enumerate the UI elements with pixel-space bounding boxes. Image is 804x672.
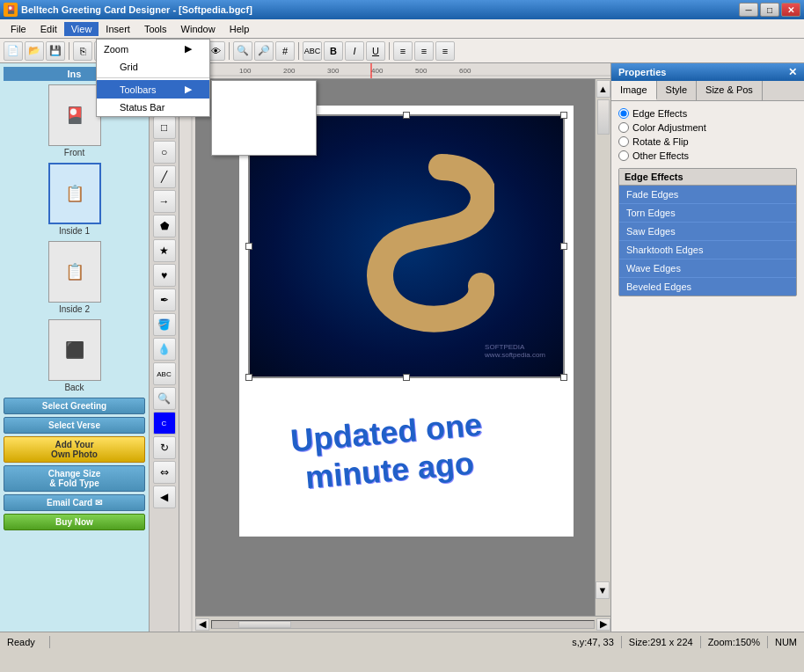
menu-separator	[97, 77, 209, 78]
menu-window[interactable]: Window	[174, 22, 223, 36]
properties-content: Edge Effects Color Adjustment Rotate & F…	[611, 101, 804, 632]
email-card-btn[interactable]: Email Card ✉	[4, 494, 145, 511]
zoom-out-btn[interactable]: 🔎	[254, 41, 274, 61]
menu-zoom[interactable]: Zoom ▶	[97, 40, 209, 58]
properties-title: Properties	[618, 67, 666, 77]
poly-tool[interactable]: ⬟	[153, 215, 176, 237]
card-canvas: SOFTPEDIAwww.softpedia.com Updated onemi…	[239, 106, 574, 537]
heart-tool[interactable]: ♥	[153, 264, 176, 287]
svg-rect-9	[179, 79, 195, 632]
scroll-thumb-h[interactable]	[238, 621, 291, 628]
align-center-btn[interactable]: ≡	[414, 41, 434, 61]
align-left-btn[interactable]: ≡	[393, 41, 413, 61]
buy-now-btn[interactable]: Buy Now	[4, 514, 145, 530]
menu-status-bar[interactable]: Status Bar	[97, 99, 209, 116]
underline-btn[interactable]: U	[366, 41, 385, 61]
menu-edit[interactable]: Edit	[33, 22, 64, 36]
scroll-down-btn[interactable]: ▼	[596, 581, 610, 599]
toolbar-standard[interactable]: ✓ Standard	[212, 81, 316, 99]
menu-insert[interactable]: Insert	[99, 22, 137, 36]
arrow-tool[interactable]: →	[153, 190, 176, 213]
eyedrop-tool[interactable]: 💧	[153, 338, 176, 361]
color-tool[interactable]: C	[153, 412, 176, 435]
new-btn[interactable]: 📄	[4, 41, 23, 61]
tab-size-pos[interactable]: Size & Pos	[697, 81, 763, 100]
card-inside2-thumb[interactable]: 📋	[48, 241, 101, 303]
grid-btn[interactable]: #	[275, 41, 295, 61]
toolbars-submenu: ✓ Standard ✓ Shapes ✓ Formatting ✓ Actio…	[211, 80, 317, 156]
effect-beveled-edges[interactable]: Beveled Edges	[619, 278, 796, 296]
toolbar-shapes[interactable]: ✓ Shapes	[212, 99, 316, 118]
statusbar: Ready s,y:47, 33 Size:291 x 224 Zoom:150…	[0, 632, 804, 651]
radio-color-adjustment[interactable]: Color Adjustment	[618, 122, 797, 133]
menu-grid[interactable]: Grid	[97, 58, 209, 76]
bold-btn[interactable]: B	[324, 41, 343, 61]
change-size-btn[interactable]: Change Size& Fold Type	[4, 465, 145, 492]
align-right-btn[interactable]: ≡	[435, 41, 455, 61]
window-controls[interactable]: ─ □ ✕	[739, 3, 800, 17]
menu-tools[interactable]: Tools	[137, 22, 174, 36]
text-btn[interactable]: ABC	[303, 41, 322, 61]
rotate-tool[interactable]: ↻	[153, 436, 176, 459]
abc-tool[interactable]: ABC	[153, 362, 176, 385]
add-photo-btn[interactable]: Add YourOwn Photo	[4, 436, 145, 463]
card-inside1-thumb[interactable]: 📋	[48, 163, 101, 224]
scroll-thumb-v[interactable]	[597, 99, 610, 135]
expand-tool[interactable]: ◀	[153, 486, 176, 508]
effect-saw-edges[interactable]: Saw Edges	[619, 223, 796, 241]
main-layout: Ins 🎴 Front 📋 Inside 1 📋 Inside 2 ⬛ Back	[0, 63, 804, 632]
effect-sharktooth-edges[interactable]: Sharktooth Edges	[619, 241, 796, 259]
properties-close-btn[interactable]: ✕	[788, 66, 797, 78]
menu-file[interactable]: File	[4, 22, 33, 36]
scroll-up-btn[interactable]: ▲	[596, 80, 610, 98]
pen-tool[interactable]: ✒	[153, 289, 176, 311]
sep5	[389, 42, 390, 60]
open-btn[interactable]: 📂	[25, 41, 44, 61]
card-inside2[interactable]: 📋 Inside 2	[4, 241, 145, 314]
copy-btn[interactable]: ⎘	[73, 41, 92, 61]
effect-torn-edges[interactable]: Torn Edges	[619, 204, 796, 223]
menu-toolbars[interactable]: Toolbars ▶ ✓ Standard ✓ Shapes ✓ Formatt…	[97, 80, 209, 99]
radio-edge-effects[interactable]: Edge Effects	[618, 108, 797, 119]
fill-tool[interactable]: 🪣	[153, 313, 176, 336]
card-back[interactable]: ⬛ Back	[4, 319, 145, 392]
svg-text:200: 200	[283, 67, 296, 75]
effect-fade-edges[interactable]: Fade Edges	[619, 186, 796, 204]
italic-btn[interactable]: I	[345, 41, 364, 61]
status-sep1	[49, 636, 50, 648]
menu-view[interactable]: View	[64, 22, 99, 36]
restore-btn[interactable]: □	[760, 3, 779, 17]
card-inside1[interactable]: 📋 Inside 1	[4, 163, 145, 236]
close-btn[interactable]: ✕	[781, 3, 800, 17]
tab-image[interactable]: Image	[611, 81, 657, 100]
select-verse-btn[interactable]: Select Verse	[4, 417, 145, 434]
minimize-btn[interactable]: ─	[739, 3, 758, 17]
effect-wave-edges[interactable]: Wave Edges	[619, 259, 796, 278]
save-btn[interactable]: 💾	[46, 41, 65, 61]
softpedia-watermark: SOFTPEDIAwww.softpedia.com	[485, 343, 545, 359]
flip-tool[interactable]: ⇔	[153, 461, 176, 484]
card-back-thumb[interactable]: ⬛	[48, 319, 101, 381]
radio-group: Edge Effects Color Adjustment Rotate & F…	[618, 108, 797, 161]
scrollbar-track-h[interactable]	[211, 620, 595, 629]
select-greeting-btn[interactable]: Select Greeting	[4, 398, 145, 414]
rect-tool[interactable]: □	[153, 116, 176, 139]
scroll-left-btn[interactable]: ◀	[195, 618, 209, 631]
tab-style[interactable]: Style	[657, 81, 697, 100]
line-tool[interactable]: ╱	[153, 165, 176, 188]
zoom-tool[interactable]: 🔍	[153, 387, 176, 410]
card-front-thumb[interactable]: 🎴	[48, 84, 101, 146]
canvas-scrollbar-v[interactable]: ▲ ▼	[595, 79, 610, 616]
zoom-in-btn[interactable]: 🔍	[233, 41, 252, 61]
toolbar-actions[interactable]: ✓ Actions	[212, 136, 316, 155]
radio-other-effects[interactable]: Other Effects	[618, 150, 797, 161]
canvas-scroll[interactable]: SOFTPEDIAwww.softpedia.com Updated onemi…	[195, 79, 610, 616]
canvas-scrollbar-h[interactable]: ◀ ▶	[195, 616, 610, 632]
menu-help[interactable]: Help	[223, 22, 257, 36]
toolbar-formatting[interactable]: ✓ Formatting	[212, 118, 316, 136]
radio-rotate-flip[interactable]: Rotate & Flip	[618, 136, 797, 147]
status-size: Size:291 x 224	[629, 637, 693, 647]
scroll-right-btn[interactable]: ▶	[596, 618, 610, 631]
star-tool[interactable]: ★	[153, 239, 176, 262]
circle-tool[interactable]: ○	[153, 141, 176, 164]
